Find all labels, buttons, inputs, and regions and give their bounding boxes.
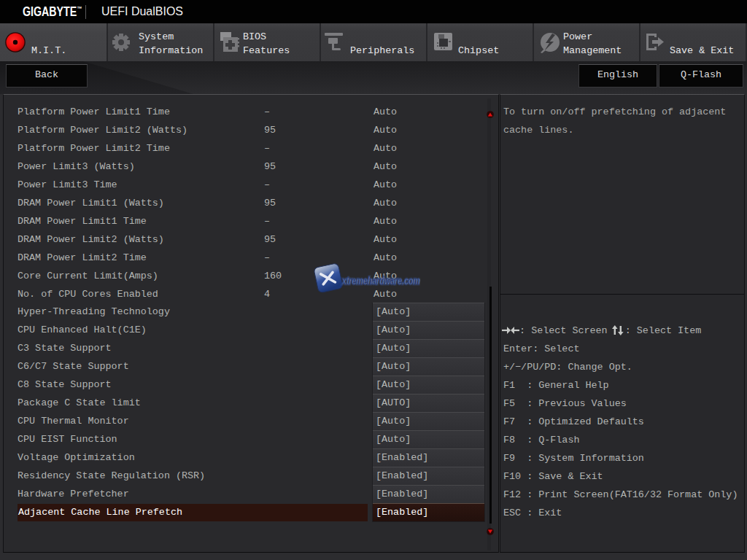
svg-text:xtremehardware.com: xtremehardware.com: [341, 275, 420, 287]
